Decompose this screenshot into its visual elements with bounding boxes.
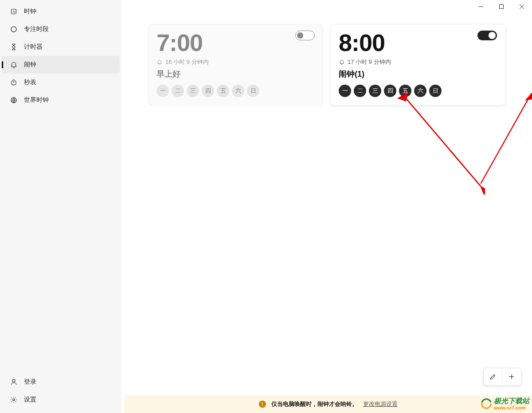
watermark-logo-icon [481, 398, 492, 409]
day-thu[interactable]: 四 [202, 85, 214, 97]
sidebar-label: 设置 [24, 396, 36, 404]
sidebar: 时钟 专注时段 计时器 闹钟 秒表 [0, 0, 121, 413]
sidebar-label: 计时器 [24, 43, 43, 51]
add-button[interactable] [502, 368, 521, 385]
alarm-toggle[interactable] [295, 31, 315, 40]
sidebar-item-settings[interactable]: 设置 [2, 391, 120, 409]
hourglass-icon [10, 43, 18, 51]
day-wed[interactable]: 三 [369, 85, 381, 97]
info-bar: ! 仅当电脑唤醒时，闹钟才会响铃。 更改电源设置 [124, 395, 532, 413]
day-sun[interactable]: 日 [429, 85, 442, 97]
sidebar-nav: 时钟 专注时段 计时器 闹钟 秒表 [0, 3, 121, 373]
sidebar-item-alarm[interactable]: 闹钟 [2, 56, 120, 74]
alarm-label: 闹钟(1) [339, 69, 497, 79]
watermark-title: 极光下载站 [494, 397, 529, 405]
svg-rect-7 [500, 5, 504, 9]
alarm-countdown: 16 小时 9 分钟内 [156, 58, 315, 66]
bell-icon [10, 61, 18, 69]
countdown-text: 17 小时 9 分钟内 [348, 58, 391, 66]
alarm-time: 7:00 [156, 31, 315, 55]
close-button[interactable] [512, 0, 532, 13]
day-mon[interactable]: 一 [339, 85, 351, 97]
sidebar-label: 世界时钟 [24, 96, 49, 104]
watermark: 极光下载站 www.xz7.com [481, 397, 529, 410]
day-sat[interactable]: 六 [414, 85, 426, 97]
edit-button[interactable] [484, 368, 502, 385]
day-tue[interactable]: 二 [172, 85, 184, 97]
globe-icon [10, 96, 18, 104]
info-icon: ! [259, 401, 266, 408]
day-sun[interactable]: 日 [247, 85, 259, 97]
sidebar-label: 专注时段 [24, 25, 49, 33]
sidebar-item-clock[interactable]: 时钟 [2, 3, 120, 20]
gear-icon [10, 396, 18, 404]
minimize-button[interactable] [471, 0, 491, 13]
sidebar-item-login[interactable]: 登录 [2, 373, 120, 391]
sidebar-label: 时钟 [24, 8, 36, 16]
sidebar-label: 登录 [24, 378, 36, 386]
sidebar-bottom: 登录 设置 [0, 373, 121, 409]
alarm-toggle[interactable] [477, 31, 497, 40]
alarm-card[interactable]: 7:00 16 小时 9 分钟内 早上好 一 二 三 四 五 六 日 [148, 24, 323, 105]
day-wed[interactable]: 三 [187, 85, 199, 97]
info-text: 仅当电脑唤醒时，闹钟才会响铃。 [271, 400, 358, 408]
day-fri[interactable]: 五 [399, 85, 411, 97]
day-thu[interactable]: 四 [384, 85, 396, 97]
svg-point-5 [13, 399, 15, 401]
alarm-label: 早上好 [156, 69, 315, 79]
sidebar-item-focus[interactable]: 专注时段 [2, 20, 120, 38]
power-settings-link[interactable]: 更改电源设置 [363, 400, 398, 408]
svg-point-1 [11, 27, 16, 32]
alarm-list: 7:00 16 小时 9 分钟内 早上好 一 二 三 四 五 六 日 8:00 [121, 15, 532, 413]
sidebar-label: 闹钟 [24, 61, 36, 69]
focus-icon [10, 25, 18, 33]
sidebar-item-stopwatch[interactable]: 秒表 [2, 74, 120, 91]
sidebar-item-timer[interactable]: 计时器 [2, 38, 120, 56]
watermark-url: www.xz7.com [494, 405, 529, 410]
action-bar [483, 368, 521, 386]
day-tue[interactable]: 二 [354, 85, 366, 97]
alarm-days: 一 二 三 四 五 六 日 [156, 85, 315, 97]
alarm-clock-icon [10, 8, 18, 16]
stopwatch-icon [10, 78, 18, 86]
alarm-card[interactable]: 8:00 17 小时 9 分钟内 闹钟(1) 一 二 三 四 五 六 日 [330, 24, 505, 105]
bell-icon [339, 59, 345, 65]
bell-icon [156, 59, 163, 65]
main-area: 7:00 16 小时 9 分钟内 早上好 一 二 三 四 五 六 日 8:00 [121, 0, 532, 413]
countdown-text: 16 小时 9 分钟内 [165, 58, 209, 66]
alarm-countdown: 17 小时 9 分钟内 [339, 58, 497, 66]
svg-point-4 [12, 379, 15, 382]
alarm-days: 一 二 三 四 五 六 日 [339, 85, 497, 97]
sidebar-item-worldclock[interactable]: 世界时钟 [2, 91, 120, 109]
alarm-time: 8:00 [339, 31, 497, 55]
sidebar-label: 秒表 [24, 78, 36, 86]
day-sat[interactable]: 六 [232, 85, 244, 97]
maximize-button[interactable] [491, 0, 512, 13]
user-icon [10, 378, 18, 386]
titlebar [121, 0, 532, 15]
day-mon[interactable]: 一 [156, 85, 169, 97]
day-fri[interactable]: 五 [217, 85, 229, 97]
